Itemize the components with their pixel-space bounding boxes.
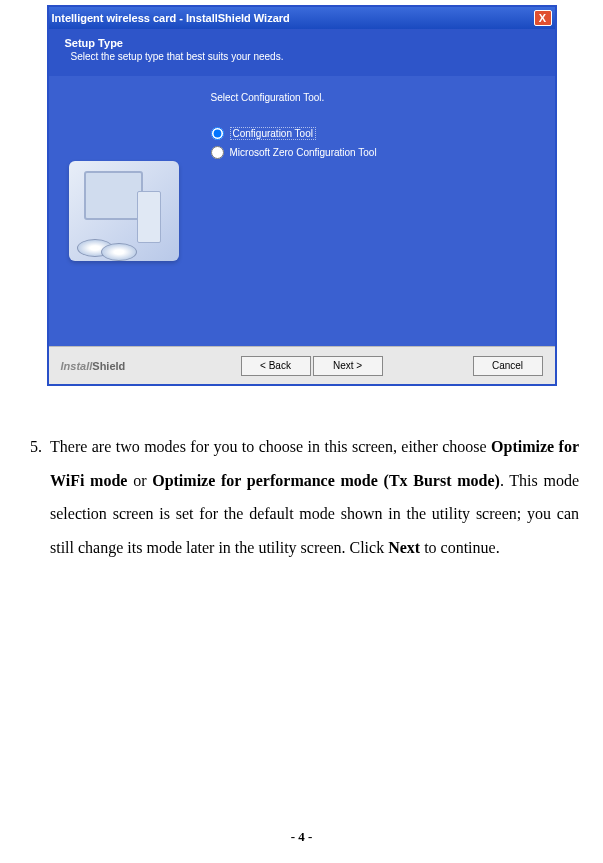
select-config-label: Select Configuration Tool. [211, 92, 543, 103]
setup-type-subtitle: Select the setup type that best suits yo… [71, 51, 539, 62]
next-button[interactable]: Next > [313, 356, 383, 376]
wizard-body: Select Configuration Tool. Configuration… [49, 76, 555, 346]
radio-config-tool-label: Configuration Tool [230, 127, 316, 140]
titlebar: Intelligent wireless card - InstallShiel… [49, 7, 555, 29]
wizard-graphic [49, 76, 199, 346]
install-wizard: Intelligent wireless card - InstallShiel… [47, 5, 557, 386]
bold-next: Next [388, 539, 420, 556]
radio-ms-zero[interactable]: Microsoft Zero Configuration Tool [211, 146, 543, 159]
setup-type-title: Setup Type [65, 37, 539, 49]
bold-perf-mode: Optimize for performance mode (Tx Burst … [152, 472, 500, 489]
paragraph-text: There are two modes for you to choose in… [50, 430, 579, 564]
button-bar: InstallShield < Back Next > Cancel [49, 346, 555, 384]
close-icon: X [539, 12, 546, 24]
radio-ms-zero-input[interactable] [211, 146, 224, 159]
radio-config-tool[interactable]: Configuration Tool [211, 127, 543, 140]
installshield-logo: InstallShield [61, 360, 126, 372]
computer-icon [69, 161, 179, 261]
list-number: 5. [20, 430, 50, 564]
cancel-button[interactable]: Cancel [473, 356, 543, 376]
window-title: Intelligent wireless card - InstallShiel… [52, 12, 290, 24]
close-button[interactable]: X [534, 10, 552, 26]
disc-icon-2 [101, 243, 137, 261]
wizard-header: Setup Type Select the setup type that be… [49, 29, 555, 76]
radio-ms-zero-label: Microsoft Zero Configuration Tool [230, 147, 377, 158]
document-body: 5. There are two modes for you to choose… [20, 430, 583, 564]
page-number: - 4 - [0, 829, 603, 845]
back-button[interactable]: < Back [241, 356, 311, 376]
radio-config-tool-input[interactable] [211, 127, 224, 140]
options-panel: Select Configuration Tool. Configuration… [199, 76, 555, 346]
